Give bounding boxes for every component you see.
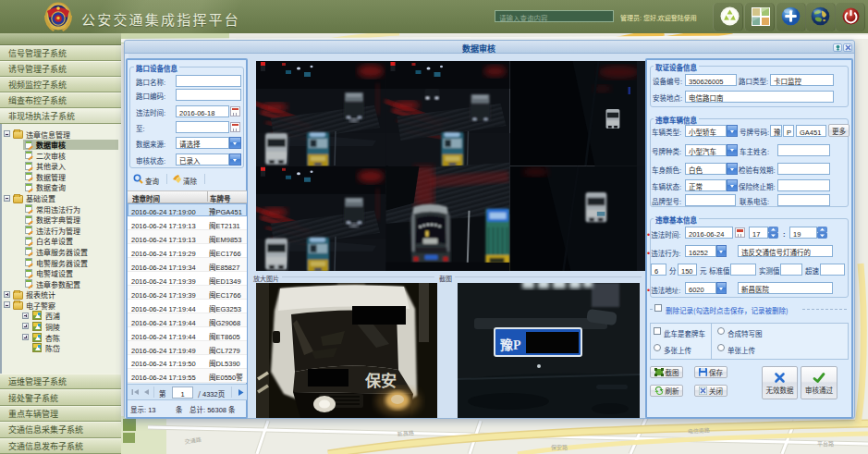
svg-text:保安路: 保安路 <box>551 443 568 451</box>
svg-text:豫P: 豫P <box>500 335 521 353</box>
svg-text:电信南路: 电信南路 <box>688 425 711 436</box>
svg-text:平台路: 平台路 <box>817 439 834 448</box>
svg-text:新昌路: 新昌路 <box>397 428 414 438</box>
svg-text:保安: 保安 <box>364 368 397 391</box>
